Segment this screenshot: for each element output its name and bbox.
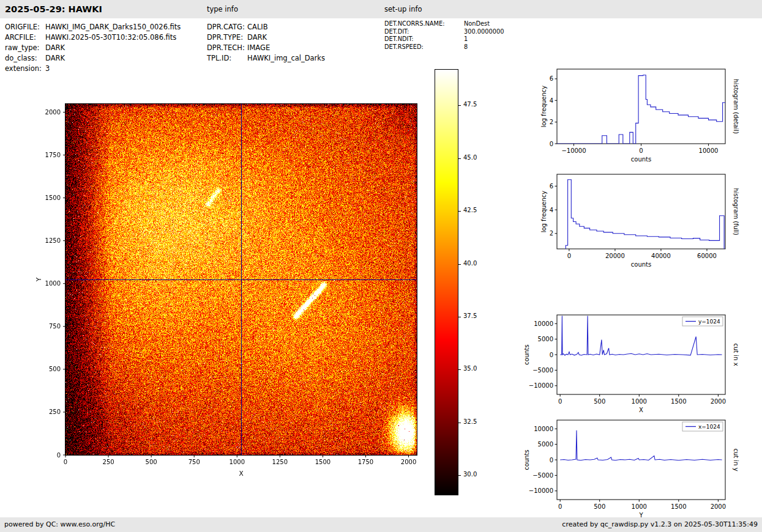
y-tick-label: 10000 [534, 320, 553, 327]
meta-value: 1 [464, 35, 468, 43]
setup-info-section-label: set-up info [384, 0, 422, 18]
meta-label: TPL.ID: [207, 53, 247, 64]
cut-y-svg: 0500100015002000−10000−50000500010000Yco… [519, 416, 740, 523]
colorbar-tick-label: 32.5 [463, 418, 477, 425]
legend-label: x=1024 [698, 424, 720, 430]
cut-in-x-plot: 0500100015002000−10000−50000500010000Xco… [519, 311, 740, 420]
x-axis-label: counts [631, 261, 651, 268]
y-tick-label: 4 [550, 97, 553, 104]
meta-row: DET.RSPEED:8 [384, 43, 504, 51]
y-axis-label: log frequency [540, 86, 547, 128]
y-tick-label: 500 [49, 366, 61, 372]
colorbar-tick-label: 47.5 [463, 101, 477, 108]
main-axes-svg: 0250500750100012501500175020000250500750… [28, 97, 424, 488]
meta-label: DPR.TECH: [207, 43, 247, 53]
y-tick-label: 6 [550, 183, 553, 190]
meta-row: DPR.TYPE:DARK [207, 32, 325, 43]
x-tick-label: 250 [103, 459, 114, 465]
y-tick-label: 0 [550, 352, 553, 358]
x-tick-label: 1000 [632, 503, 647, 510]
histogram-full-plot: 0200004000060000246countslog frequencyhi… [519, 171, 740, 275]
meta-label: DET.NCORRS.NAME: [384, 20, 464, 28]
cut-x-svg: 0500100015002000−10000−50000500010000Xco… [519, 311, 740, 418]
meta-row: DET.NCORRS.NAME:NonDest [384, 20, 504, 28]
meta-value: HAWKI_img_cal_Darks [247, 53, 325, 64]
y-tick-label: 2000 [45, 109, 61, 116]
x-tick-label: 60000 [697, 253, 717, 259]
colorbar-tickmark [458, 423, 461, 423]
y-tick-label: 0 [57, 452, 61, 459]
meta-value: DARK [45, 43, 65, 53]
type-info-section-label: type info [207, 0, 238, 18]
y-tick-label: 4 [550, 207, 553, 213]
x-tick-label: 40000 [651, 253, 671, 259]
right-axis-label: cut in y [733, 448, 739, 471]
footer-bar: powered by QC: www.eso.org/HC created by… [0, 517, 762, 532]
colorbar-tick-label: 35.0 [463, 365, 477, 372]
right-axis-label: histogram (full) [733, 188, 739, 235]
meta-label: DET.DIT: [384, 28, 464, 36]
hist-detail-svg: −100000100000246countslog frequencyhisto… [519, 65, 740, 167]
x-tick-label: 500 [146, 459, 157, 465]
meta-value: NonDest [464, 20, 490, 28]
y-axis-label: Y [35, 277, 42, 282]
meta-value: IMAGE [247, 43, 270, 53]
y-tick-label: 6 [550, 75, 553, 82]
colorbar-tickmark [458, 264, 461, 265]
meta-row: raw_type:DARK [5, 43, 181, 53]
y-tick-label: −10000 [529, 382, 553, 389]
y-tick-label: 0 [550, 141, 553, 147]
meta-label: ORIGFILE: [5, 22, 45, 32]
footer-left-text: powered by QC: www.eso.org/HC [4, 517, 115, 532]
meta-row: do_class:DARK [5, 53, 181, 64]
header-bar: 2025-05-29: HAWKI type info set-up info [0, 0, 762, 18]
histogram-detail-plot: −100000100000246countslog frequencyhisto… [519, 65, 740, 169]
y-tick-label: 1250 [45, 237, 61, 244]
x-tick-label: 500 [594, 503, 605, 510]
y-tick-label: 5000 [538, 441, 553, 448]
y-tick-label: 750 [49, 323, 61, 330]
x-tick-label: 1500 [671, 398, 686, 405]
x-tick-label: 2000 [711, 503, 726, 510]
meta-label: raw_type: [5, 43, 45, 53]
colorbar-tick-label: 45.0 [463, 154, 477, 161]
x-tick-label: 1000 [230, 459, 245, 465]
meta-value: 8 [464, 43, 468, 51]
x-tick-label: −10000 [561, 147, 586, 154]
meta-row: extension:3 [5, 64, 181, 74]
x-tick-label: 1750 [358, 459, 373, 465]
x-axis-label: counts [631, 156, 651, 163]
x-tick-label: 1500 [671, 503, 686, 510]
y-tick-label: 10000 [534, 426, 553, 432]
meta-value: 300.0000000 [464, 28, 504, 36]
colorbar: 47.545.042.540.037.535.032.530.0 [435, 69, 508, 497]
colorbar-canvas [435, 69, 458, 495]
x-tick-label: 0 [567, 253, 571, 259]
colorbar-tick-label: 30.0 [463, 471, 477, 478]
x-tick-label: 0 [558, 398, 562, 405]
right-axis-label: histogram (detail) [733, 79, 739, 134]
meta-row: DPR.CATG:CALIB [207, 22, 325, 32]
meta-value: HAWKI.2025-05-30T10:32:05.086.fits [45, 32, 176, 43]
x-tick-label: 2000 [401, 459, 416, 465]
y-tick-label: 5000 [538, 336, 553, 342]
x-axis-label: X [639, 407, 643, 413]
x-tick-label: 1500 [315, 459, 331, 465]
colorbar-tickmark [458, 105, 461, 106]
y-tick-label: 2 [550, 230, 553, 237]
colorbar-tickmark [458, 475, 461, 476]
meta-row: TPL.ID:HAWKI_img_cal_Darks [207, 53, 325, 64]
x-tick-label: 1250 [272, 459, 288, 465]
colorbar-tickmark [458, 211, 461, 212]
colorbar-tickmark [458, 317, 461, 317]
colorbar-tick-label: 42.5 [463, 207, 477, 213]
meta-value: DARK [247, 32, 267, 43]
meta-value: CALIB [247, 22, 268, 32]
colorbar-tick-label: 40.0 [463, 260, 477, 267]
x-tick-label: 1000 [632, 398, 647, 405]
colorbar-tick-label: 37.5 [463, 312, 477, 319]
cut-in-y-plot: 0500100015002000−10000−50000500010000Yco… [519, 416, 740, 525]
y-axis-label: log frequency [540, 191, 547, 233]
x-tick-label: 2000 [711, 398, 726, 405]
meta-value: DARK [45, 53, 65, 64]
